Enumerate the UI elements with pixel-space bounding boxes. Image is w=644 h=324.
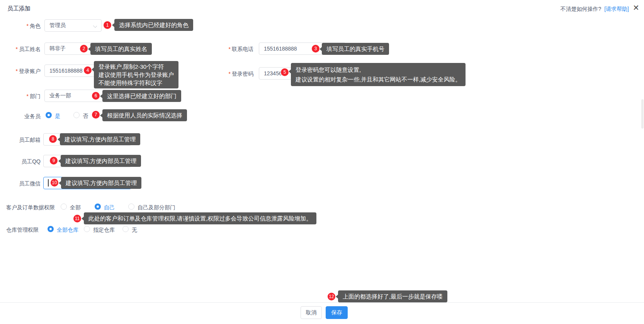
step-badge-9: 9 [50, 157, 58, 165]
warehouse-permission-label: 仓库管理权限 [6, 226, 39, 234]
step-badge-1: 1 [104, 21, 111, 29]
account-label: *登录账户 [0, 67, 41, 75]
data-permission-label: 客户及订单数据权限 [6, 204, 55, 211]
salesman-radio-no[interactable] [73, 112, 80, 118]
step-badge-12: 12 [328, 293, 335, 300]
data-permission-radio-partial[interactable] [128, 204, 134, 210]
required-mark: * [16, 68, 18, 74]
required-mark: * [16, 46, 18, 52]
page-title: 员工添加 [7, 5, 31, 12]
step-badge-10: 10 [51, 179, 58, 187]
email-label: 员工邮箱 [0, 136, 41, 144]
role-tooltip: 选择系统内已经建好的角色 [114, 19, 193, 31]
warehouse-radio-specified[interactable] [84, 226, 90, 232]
save-step-tooltip: 上面的都选择好了,最后一步就是保存喽 [338, 290, 447, 302]
step-badge-5: 5 [281, 68, 289, 76]
salesman-label: 业务员 [0, 112, 41, 120]
step-badge-3: 3 [312, 45, 319, 53]
data-permission-radio-all-label[interactable]: 全部 [70, 204, 81, 210]
salesman-tooltip: 根据使用人员的实际情况选择 [102, 109, 187, 121]
role-select-value: 管理员 [49, 22, 66, 29]
warehouse-radio-specified-label[interactable]: 指定仓库 [93, 227, 115, 233]
step-badge-6: 6 [92, 92, 100, 100]
data-permission-radio-partial-label[interactable]: 自己及部分部门 [138, 204, 175, 210]
employee-add-dialog: 员工添加 不清楚如何操作? [请求帮助] ✕ *角色 管理员 1 选择系统内已经… [0, 0, 644, 324]
data-permission-radio-all[interactable] [61, 204, 67, 210]
wechat-label: 员工微信 [0, 180, 41, 187]
step-badge-8: 8 [49, 135, 57, 143]
required-mark: * [27, 93, 29, 99]
name-tooltip: 填写员工的真实姓名 [90, 43, 152, 55]
warehouse-radio-all[interactable] [48, 226, 54, 232]
salesman-radio-yes[interactable] [46, 112, 52, 118]
text-caret [48, 179, 49, 187]
phone-input-value: 15516188888 [264, 46, 297, 52]
data-permission-tooltip: 此处的客户和订单及仓库管理权限,请谨慎设置,权限过多会导致公司信息泄露风险增加。 [84, 212, 316, 224]
phone-label: *联系电话 [213, 45, 253, 53]
warehouse-radio-none-label[interactable]: 无 [132, 227, 137, 233]
help-text: 不清楚如何操作? [561, 6, 602, 12]
step-badge-2: 2 [80, 45, 88, 53]
warehouse-radio-none[interactable] [122, 226, 129, 232]
cancel-button[interactable]: 取消 [301, 306, 322, 319]
data-permission-radio-self-label[interactable]: 自己 [104, 204, 115, 210]
save-button[interactable]: 保存 [326, 306, 348, 319]
role-label: *角色 [0, 22, 41, 30]
step-badge-7: 7 [92, 111, 100, 119]
password-input-value: 123456 [264, 70, 282, 76]
help-area: 不清楚如何操作? [请求帮助] [561, 6, 629, 13]
wechat-tooltip: 建议填写,方便内部员工管理 [61, 177, 141, 189]
step-badge-11: 11 [73, 215, 81, 222]
salesman-radio-no-label[interactable]: 否 [83, 113, 88, 119]
request-help-link[interactable]: [请求帮助] [604, 6, 629, 12]
account-tooltip: 登录账户,限制2-30个字符 建议使用手机号作为登录账户 不能使用特殊字符和汉字 [94, 61, 178, 88]
chevron-down-icon [93, 24, 97, 27]
warehouse-radio-all-label[interactable]: 全部仓库 [57, 227, 78, 233]
required-mark: * [27, 23, 29, 29]
qq-label: 员工QQ [0, 158, 41, 165]
phone-tooltip: 填写员工的真实手机号 [322, 43, 389, 55]
account-input-value: 15516188888 [49, 68, 83, 74]
close-icon[interactable]: ✕ [633, 4, 639, 12]
name-label: *员工姓名 [0, 45, 41, 53]
role-select[interactable]: 管理员 [44, 19, 102, 32]
data-permission-radio-self[interactable] [95, 204, 101, 210]
department-select-value: 业务一部 [49, 92, 71, 99]
salesman-radio-yes-label[interactable]: 是 [55, 113, 60, 119]
footer-divider [0, 302, 644, 303]
name-input-value: 韩非子 [49, 45, 66, 52]
required-mark: * [229, 71, 231, 77]
email-tooltip: 建议填写,方便内部员工管理 [60, 133, 140, 145]
password-label: *登录密码 [213, 70, 253, 78]
department-tooltip: 这里选择已经建立好的部门 [102, 90, 181, 102]
department-label: *部门 [0, 92, 41, 100]
step-badge-4: 4 [84, 66, 92, 74]
required-mark: * [229, 46, 231, 52]
qq-tooltip: 建议填写,方便内部员工管理 [61, 155, 141, 167]
scrollbar-thumb[interactable] [641, 99, 644, 129]
password-tooltip: 登录密码您可以随意设置, 建议设置的相对复杂一些,并且和其它网站不一样,减少安全… [291, 63, 466, 86]
